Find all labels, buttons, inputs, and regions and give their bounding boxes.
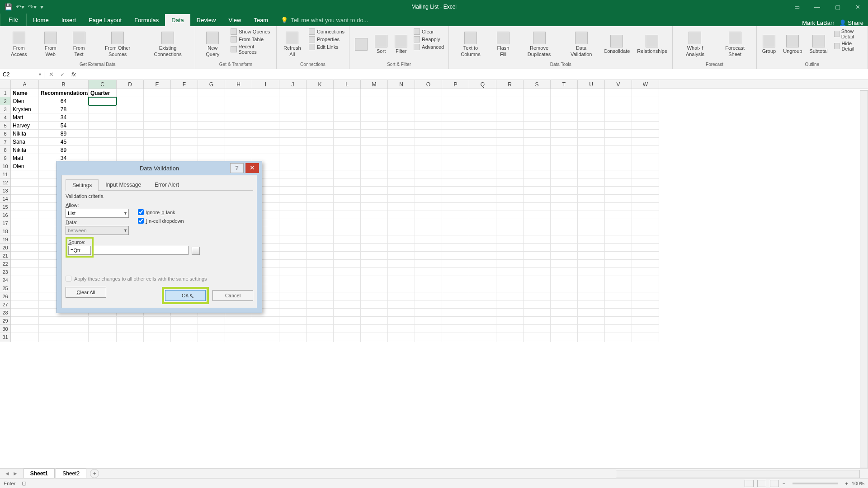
cell[interactable] <box>334 227 361 235</box>
cell[interactable] <box>578 268 605 276</box>
cell[interactable] <box>388 195 415 203</box>
cell[interactable] <box>388 178 415 187</box>
cell[interactable] <box>632 211 659 219</box>
cell[interactable] <box>551 113 578 122</box>
cell[interactable] <box>388 244 415 252</box>
dialog-tab-error-alert[interactable]: Error Alert <box>148 179 186 190</box>
cell[interactable] <box>307 260 334 268</box>
cell[interactable] <box>605 276 632 284</box>
maximize-icon[interactable]: ▢ <box>827 0 848 14</box>
cell[interactable] <box>11 276 39 284</box>
cell[interactable] <box>307 203 334 211</box>
cell[interactable] <box>307 105 334 113</box>
cell[interactable] <box>469 146 496 154</box>
cell[interactable] <box>361 317 388 325</box>
cell[interactable] <box>415 89 442 97</box>
cell[interactable] <box>307 89 334 97</box>
cell[interactable] <box>578 333 605 341</box>
reapply-button[interactable]: Reapply <box>412 36 446 43</box>
cell[interactable] <box>632 317 659 325</box>
cell[interactable] <box>496 203 524 211</box>
cell[interactable] <box>605 105 632 113</box>
cell[interactable] <box>496 113 524 122</box>
cell[interactable] <box>578 292 605 300</box>
cell[interactable] <box>496 170 524 178</box>
cell[interactable] <box>632 138 659 146</box>
row-header[interactable]: 11 <box>0 170 11 178</box>
row-header[interactable]: 9 <box>0 154 11 162</box>
cell[interactable] <box>632 105 659 113</box>
cell[interactable] <box>551 219 578 227</box>
cell[interactable] <box>496 195 524 203</box>
select-all-corner[interactable] <box>0 80 11 89</box>
cell[interactable] <box>361 333 388 341</box>
sheet-nav-prev-icon[interactable]: ◄ <box>5 470 10 477</box>
cell[interactable] <box>578 325 605 333</box>
cell[interactable] <box>198 89 225 97</box>
cell[interactable] <box>11 333 39 341</box>
cell[interactable] <box>89 113 117 122</box>
cell[interactable] <box>89 97 117 105</box>
cell[interactable] <box>225 122 252 130</box>
row-header[interactable]: 3 <box>0 105 11 113</box>
advanced-button[interactable]: Advanced <box>412 43 446 51</box>
cell[interactable] <box>388 113 415 122</box>
cell[interactable] <box>361 244 388 252</box>
cell[interactable] <box>415 268 442 276</box>
cell[interactable] <box>442 146 469 154</box>
cell[interactable] <box>279 178 307 187</box>
cell[interactable] <box>632 162 659 170</box>
zoom-level[interactable]: 100% <box>852 481 864 486</box>
cell[interactable] <box>605 178 632 187</box>
cell[interactable] <box>279 292 307 300</box>
cell[interactable] <box>524 203 551 211</box>
cell[interactable] <box>632 235 659 244</box>
cell[interactable] <box>198 138 225 146</box>
cell[interactable] <box>361 276 388 284</box>
cell[interactable] <box>578 227 605 235</box>
cell[interactable] <box>551 341 578 342</box>
cell[interactable] <box>524 292 551 300</box>
cell[interactable] <box>279 341 307 342</box>
cell[interactable] <box>469 252 496 260</box>
row-header[interactable]: 5 <box>0 122 11 130</box>
column-header[interactable]: E <box>144 80 171 89</box>
cell[interactable] <box>279 203 307 211</box>
cell[interactable] <box>469 170 496 178</box>
cell[interactable] <box>361 292 388 300</box>
cell[interactable] <box>361 154 388 162</box>
cell[interactable] <box>469 292 496 300</box>
cell[interactable] <box>524 325 551 333</box>
cell[interactable] <box>605 162 632 170</box>
cell[interactable] <box>632 130 659 138</box>
cell[interactable] <box>442 276 469 284</box>
cell[interactable] <box>171 97 198 105</box>
cell[interactable] <box>632 146 659 154</box>
cell[interactable] <box>442 325 469 333</box>
cell[interactable] <box>469 227 496 235</box>
cell[interactable] <box>415 130 442 138</box>
cell[interactable] <box>89 317 117 325</box>
cell[interactable] <box>469 178 496 187</box>
cell[interactable]: Matt <box>11 154 39 162</box>
cell[interactable] <box>632 154 659 162</box>
group-button[interactable]: Group <box>760 28 779 61</box>
cell[interactable] <box>144 325 171 333</box>
cell[interactable] <box>117 138 144 146</box>
cell[interactable] <box>632 113 659 122</box>
cell[interactable] <box>388 309 415 317</box>
cell[interactable] <box>307 235 334 244</box>
cell[interactable] <box>279 122 307 130</box>
cell[interactable] <box>415 138 442 146</box>
cell[interactable] <box>388 154 415 162</box>
cell[interactable] <box>551 97 578 105</box>
add-sheet-button[interactable]: + <box>90 469 99 478</box>
cell[interactable] <box>632 309 659 317</box>
sheet-nav-next-icon[interactable]: ► <box>13 470 18 477</box>
cell[interactable] <box>524 162 551 170</box>
cell[interactable] <box>578 113 605 122</box>
cell[interactable] <box>171 317 198 325</box>
cell[interactable] <box>632 170 659 178</box>
consolidate-button[interactable]: Consolidate <box>601 28 632 61</box>
cell[interactable] <box>578 211 605 219</box>
